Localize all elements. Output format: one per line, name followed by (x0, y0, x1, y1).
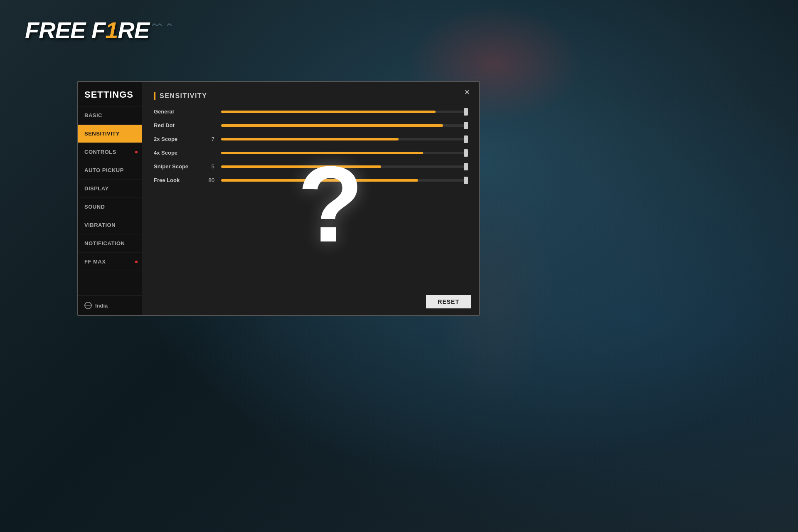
close-button[interactable]: × (461, 86, 473, 99)
sidebar-item-sound[interactable]: SOUND (78, 198, 142, 216)
slider-red-dot: Red Dot (154, 122, 468, 128)
main-content: × SENSITIVITY General Red Dot (142, 82, 479, 315)
slider-free-look-thumb[interactable] (464, 177, 468, 184)
slider-general-label: General (154, 108, 195, 115)
reset-button[interactable]: RESET (426, 295, 471, 308)
slider-sniper-scope-fill (221, 165, 381, 168)
sidebar-item-sensitivity[interactable]: SENSITIVITY (78, 125, 142, 143)
slider-4x-scope: 4x Scope (154, 150, 468, 156)
region-label: India (95, 303, 108, 309)
slider-sniper-scope-value: 5 (202, 163, 214, 170)
slider-general: General (154, 108, 468, 115)
ffmax-notification-dot (135, 261, 138, 263)
slider-sniper-scope-label: Sniper Scope (154, 163, 195, 170)
game-logo: FREE F1RE ˆˆ ˆ (25, 17, 172, 44)
sidebar-item-controls[interactable]: CONTROLS (78, 143, 142, 161)
slider-general-fill (221, 111, 436, 113)
slider-4x-scope-thumb[interactable] (464, 149, 468, 157)
sidebar-item-ff-max[interactable]: FF MAX (78, 253, 142, 271)
sidebar-item-vibration[interactable]: VIBRATION (78, 216, 142, 234)
settings-sidebar: SETTINGS BASIC SENSITIVITY CONTROLS AUTO… (78, 82, 142, 315)
slider-2x-scope-fill (221, 138, 399, 140)
section-title: SENSITIVITY (160, 92, 207, 100)
slider-red-dot-fill (221, 124, 443, 127)
slider-general-track[interactable] (221, 111, 468, 113)
slider-4x-scope-fill (221, 152, 423, 154)
settings-title: SETTINGS (78, 82, 142, 106)
sidebar-item-notification[interactable]: NOTIFICATION (78, 234, 142, 253)
sliders-container: General Red Dot 2x Scope 7 (154, 108, 468, 183)
section-header: SENSITIVITY (154, 92, 468, 100)
slider-2x-scope-thumb[interactable] (464, 135, 468, 143)
slider-sniper-scope-track[interactable] (221, 165, 468, 168)
slider-2x-scope-label: 2x Scope (154, 136, 195, 142)
slider-red-dot-label: Red Dot (154, 122, 195, 128)
sidebar-footer: India (78, 296, 142, 315)
sidebar-item-display[interactable]: DISPLAY (78, 180, 142, 198)
slider-free-look-label: Free Look (154, 177, 195, 183)
slider-general-thumb[interactable] (464, 108, 468, 116)
slider-free-look-value: 80 (202, 177, 214, 183)
logo-i: 1 (105, 17, 118, 43)
slider-red-dot-track[interactable] (221, 124, 468, 127)
slider-4x-scope-track[interactable] (221, 152, 468, 154)
controls-notification-dot (135, 151, 138, 153)
logo-bird-deco: ˆˆ ˆ (152, 21, 172, 39)
slider-sniper-scope: Sniper Scope 5 (154, 163, 468, 170)
settings-modal: SETTINGS BASIC SENSITIVITY CONTROLS AUTO… (77, 81, 480, 316)
slider-sniper-scope-thumb[interactable] (464, 163, 468, 170)
sidebar-item-basic[interactable]: BASIC (78, 106, 142, 125)
slider-free-look-fill (221, 179, 418, 182)
sidebar-item-auto-pickup[interactable]: AUTO PICKUP (78, 161, 142, 180)
sidebar-nav: BASIC SENSITIVITY CONTROLS AUTO PICKUP D… (78, 106, 142, 296)
globe-icon (84, 302, 92, 309)
slider-2x-scope-value: 7 (202, 136, 214, 142)
slider-free-look-track[interactable] (221, 179, 468, 182)
slider-2x-scope: 2x Scope 7 (154, 136, 468, 142)
logo-text: FREE F1RE (25, 17, 149, 44)
slider-2x-scope-track[interactable] (221, 138, 468, 140)
section-accent (154, 92, 155, 100)
slider-free-look: Free Look 80 (154, 177, 468, 183)
slider-red-dot-thumb[interactable] (464, 122, 468, 129)
slider-4x-scope-label: 4x Scope (154, 150, 195, 156)
